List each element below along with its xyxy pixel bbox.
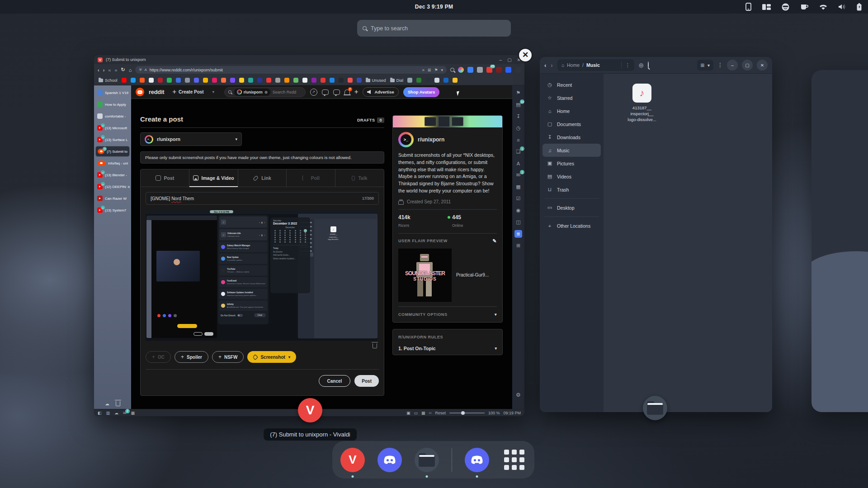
- emoji-face-icon[interactable]: [782, 3, 789, 11]
- vivaldi-window[interactable]: V (7) Submit to unixporn – ▢ ✕ ‹ › « » ↻…: [94, 55, 524, 416]
- add-panel-icon[interactable]: ⊞: [514, 242, 522, 249]
- search-icon[interactable]: [450, 68, 454, 72]
- bookmark-folder[interactable]: Dial: [390, 78, 404, 83]
- bookmarks-bar[interactable]: SchoolUnusedDial: [94, 75, 524, 85]
- vivaldi-tab[interactable]: +(13) Surface L: [95, 134, 130, 145]
- bookmarks-panel-icon[interactable]: ⚑: [514, 89, 522, 97]
- windows-panel-icon[interactable]: ❏1: [514, 148, 522, 155]
- close-window-button[interactable]: ✕: [518, 48, 533, 62]
- bookmark-favicon[interactable]: [149, 78, 154, 83]
- sync-icon[interactable]: ☁: [114, 411, 118, 415]
- community-selector[interactable]: >_ r/unixporn ▾: [140, 132, 242, 146]
- translate-panel-icon[interactable]: A: [514, 160, 522, 167]
- vivaldi-tab[interactable]: info/faq - uni: [95, 158, 130, 169]
- bookmark-favicon[interactable]: [158, 78, 163, 83]
- wifi-icon[interactable]: [819, 4, 827, 10]
- profile-avatar[interactable]: [458, 67, 464, 73]
- maximize-icon[interactable]: ▢: [507, 57, 511, 62]
- locate-icon[interactable]: ◎: [639, 62, 643, 68]
- popular-icon[interactable]: ↗: [310, 89, 317, 96]
- dock-item-vivaldi[interactable]: V: [340, 448, 365, 472]
- back-icon[interactable]: ‹: [98, 67, 99, 73]
- files-sidebar[interactable]: ◷Recent☆Starred⌂Home▢Documents↧Downloads…: [540, 74, 604, 412]
- vivaldi-tab[interactable]: +(12) DEEPIN: is: [95, 181, 130, 192]
- community-options-toggle[interactable]: COMMUNITY OPTIONS ▾: [393, 307, 502, 322]
- dropdown-caret-icon[interactable]: ▾: [441, 68, 443, 72]
- code-icon[interactable]: ‹›: [429, 411, 431, 415]
- reddit-logo-icon[interactable]: [136, 88, 144, 96]
- bookmark-favicon[interactable]: [311, 78, 316, 83]
- menu-kebab-icon[interactable]: ⋮: [717, 62, 723, 68]
- tile-pages-icon[interactable]: ⊞: [428, 68, 431, 72]
- bookmark-favicon[interactable]: [194, 78, 199, 83]
- bookmark-folder[interactable]: Unused: [366, 78, 386, 83]
- bookmark-folder[interactable]: School: [99, 78, 118, 83]
- sidebar-item-videos[interactable]: ▤Videos: [542, 170, 601, 183]
- breadcrumb[interactable]: ⌂ Home / Music ⋮: [557, 59, 634, 71]
- battery-icon[interactable]: [857, 3, 862, 11]
- sidebar-item-other-locations[interactable]: +Other Locations: [542, 219, 601, 232]
- page-actions-icon[interactable]: ▭: [414, 411, 418, 415]
- edit-flair-icon[interactable]: ✎: [492, 238, 497, 244]
- sync-cloud-icon[interactable]: ☁: [105, 401, 109, 406]
- cancel-button[interactable]: Cancel: [319, 375, 351, 387]
- bookmark-favicon[interactable]: [185, 78, 190, 83]
- dock-item-files[interactable]: [415, 448, 439, 472]
- title-input[interactable]: [GNOME] Nord Them 17/300: [146, 192, 379, 205]
- extension-fox-icon[interactable]: [515, 67, 521, 73]
- spoiler-button[interactable]: +Spoiler: [175, 351, 208, 363]
- bookmark-favicon[interactable]: [257, 78, 262, 83]
- vivaldi-tab[interactable]: Spanish 1 V19: [95, 87, 130, 98]
- post-type-tabs[interactable]: PostImage & VideoLinkPollTalk: [141, 169, 384, 187]
- vivaldi-tab[interactable]: Can Razer W: [95, 193, 130, 204]
- community-chip[interactable]: >_ r/unixporn ⊗: [234, 89, 270, 96]
- bookmark-favicon[interactable]: [275, 78, 280, 83]
- back-icon[interactable]: ‹: [544, 62, 546, 69]
- bookmark-favicon[interactable]: [176, 78, 181, 83]
- vivaldi-app-icon[interactable]: V: [298, 398, 322, 422]
- bookmark-favicon[interactable]: [203, 78, 208, 83]
- vivaldi-tab[interactable]: How to Apply: [95, 99, 130, 110]
- calendar-panel-icon[interactable]: ▦: [514, 183, 522, 191]
- search-input[interactable]: Type to search: [357, 20, 511, 37]
- panel-toggle-icon[interactable]: ◧: [98, 411, 102, 415]
- sidebar-item-starred[interactable]: ☆Starred: [542, 91, 601, 104]
- mail-panel-icon[interactable]: ✉2: [514, 171, 522, 179]
- web-panel-icon[interactable]: ≣: [514, 230, 522, 238]
- close-button[interactable]: ✕: [757, 60, 768, 70]
- messages-icon[interactable]: [333, 89, 340, 95]
- sidebar-item-pictures[interactable]: ▣Pictures: [542, 157, 601, 170]
- tab-image-video[interactable]: Image & Video: [189, 169, 238, 187]
- chat-icon[interactable]: [322, 89, 329, 95]
- bookmark-favicon[interactable]: [230, 78, 235, 83]
- clock[interactable]: Dec 3 9:19 PM: [415, 4, 453, 10]
- tiling-icon[interactable]: ▥: [106, 411, 110, 415]
- vivaldi-tab[interactable]: ?(7) Submit to: [95, 146, 130, 157]
- volume-icon[interactable]: [838, 4, 846, 10]
- sidebar-item-recent[interactable]: ◷Recent: [542, 78, 601, 91]
- downloads-panel-icon[interactable]: ↧: [514, 113, 522, 120]
- rewind-icon[interactable]: «: [108, 67, 111, 73]
- tasks-panel-icon[interactable]: ☑: [514, 195, 522, 202]
- feeds-panel-icon[interactable]: ◉: [514, 206, 522, 214]
- bookmark-favicon[interactable]: [248, 78, 253, 83]
- vertical-tab-bar[interactable]: Spanish 1 V19How to Applycomfortable -+(…: [94, 85, 131, 409]
- bookmark-favicon[interactable]: [321, 78, 326, 83]
- tab-link[interactable]: Link: [238, 169, 287, 187]
- reddit-wordmark[interactable]: reddit: [149, 89, 164, 95]
- bookmark-favicon[interactable]: [357, 78, 362, 83]
- reload-icon[interactable]: ↻: [121, 67, 125, 73]
- extension-row[interactable]: 45: [450, 67, 521, 73]
- screenshot-flair-button[interactable]: Screenshot▾: [247, 351, 296, 363]
- bookmark-favicon[interactable]: [443, 78, 448, 83]
- bookmark-favicon[interactable]: [330, 78, 335, 83]
- extension-dark-icon[interactable]: [496, 67, 502, 73]
- window-tiles-icon[interactable]: [762, 4, 771, 10]
- vivaldi-tab[interactable]: +(13) Blender -: [95, 169, 130, 180]
- bookmark-favicon[interactable]: [167, 78, 172, 83]
- sidebar-item-desktop[interactable]: ▭Desktop: [542, 201, 601, 214]
- zoom-reset-label[interactable]: Reset: [435, 411, 446, 415]
- dock-item-discord[interactable]: [465, 448, 489, 472]
- bookmark-favicon[interactable]: [122, 78, 127, 83]
- extension-pin-icon[interactable]: 45: [486, 67, 492, 73]
